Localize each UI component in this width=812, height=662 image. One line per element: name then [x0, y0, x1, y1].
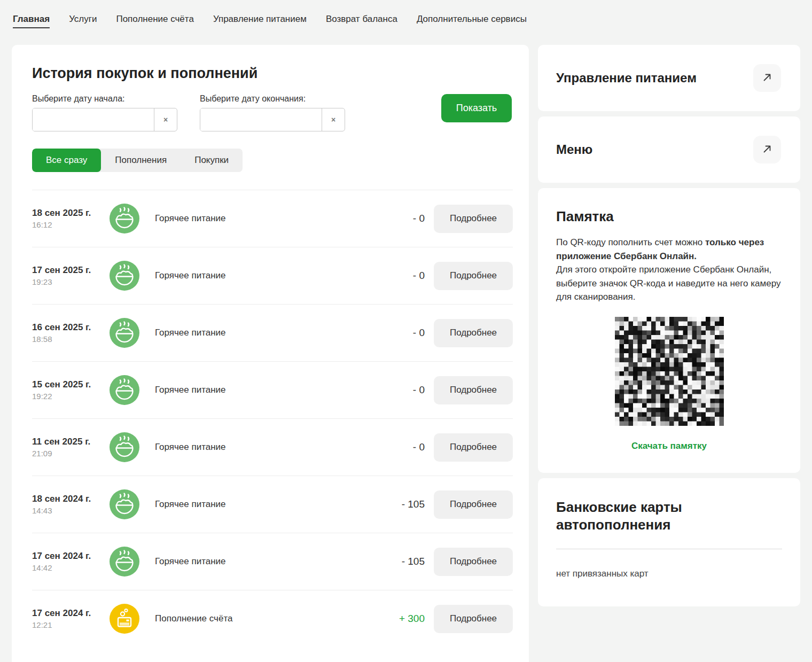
nav-item[interactable]: Возврат баланса: [326, 14, 397, 25]
nav-item[interactable]: Управление питанием: [213, 14, 307, 25]
date-end-input-wrap: ×: [200, 108, 345, 131]
transaction-amount: - 0: [376, 384, 425, 396]
date-start-input-wrap: ×: [32, 108, 177, 131]
transaction-label: Горячее питание: [155, 270, 376, 281]
transaction-row: 18 сен 2024 г. 14:43 Горячее питание - 1…: [32, 476, 513, 533]
transaction-datecol: 17 сен 2025 г. 19:23: [32, 265, 110, 286]
transaction-row: 11 сен 2025 г. 21:09 Горячее питание - 0…: [32, 418, 513, 476]
transaction-time: 16:12: [32, 220, 110, 229]
transaction-row: 18 сен 2025 г. 16:12 Горячее питание - 0…: [32, 190, 513, 247]
transaction-label: Пополнение счёта: [155, 613, 376, 624]
transaction-row: 15 сен 2025 г. 19:22 Горячее питание - 0…: [32, 361, 513, 418]
filter-tab[interactable]: Пополнения: [101, 149, 181, 172]
page-layout: История покупок и пополнений Выберите да…: [0, 45, 812, 662]
memo-rest: Для этого откройте приложение Сбербанк О…: [556, 263, 782, 304]
transaction-amount: + 300: [376, 613, 425, 625]
date-start-field: Выберите дату начала: ×: [32, 94, 177, 131]
details-button[interactable]: Подробнее: [434, 319, 513, 347]
details-button[interactable]: Подробнее: [434, 548, 513, 576]
transaction-datecol: 16 сен 2025 г. 18:58: [32, 322, 110, 344]
memo-text: По QR-коду пополнить счет можно только ч…: [556, 236, 782, 304]
transaction-time: 19:22: [32, 392, 110, 401]
transaction-time: 14:42: [32, 563, 110, 572]
memo-title: Памятка: [556, 208, 782, 225]
meal-icon: [110, 226, 139, 235]
transaction-time: 21:09: [32, 449, 110, 458]
meal-icon-cell: [110, 547, 139, 577]
date-end-input[interactable]: [200, 108, 322, 131]
sidebar-card-menu[interactable]: Меню: [538, 116, 800, 183]
transaction-amount: - 0: [376, 441, 425, 453]
meal-icon-cell: [110, 375, 139, 405]
meal-icon-cell: [110, 261, 139, 291]
meal-icon: [110, 512, 139, 521]
transaction-amount: - 105: [376, 556, 425, 567]
sidebar-card-nutrition[interactable]: Управление питанием: [538, 45, 800, 111]
details-button[interactable]: Подробнее: [434, 605, 513, 633]
meal-icon: [110, 569, 139, 578]
nav-item[interactable]: Услуги: [69, 14, 97, 25]
meal-icon: [110, 398, 139, 407]
sidebar: Управление питанием Меню Памятка По QR-к…: [538, 45, 800, 606]
transaction-amount: - 0: [376, 270, 425, 282]
memo-card: Памятка По QR-коду пополнить счет можно …: [538, 188, 800, 473]
bank-cards-card: Банковские карты автопополнения нет прив…: [538, 478, 800, 606]
date-end-label: Выберите дату окончания:: [200, 94, 345, 104]
filter-tabs: Все сразуПополненияПокупки: [32, 149, 243, 172]
transaction-row: 17 сен 2024 г. 12:21 Пополнение счёта + …: [32, 590, 513, 647]
transaction-amount: - 0: [376, 213, 425, 224]
download-memo-link[interactable]: Скачать памятку: [556, 441, 782, 451]
details-button[interactable]: Подробнее: [434, 490, 513, 519]
details-button[interactable]: Подробнее: [434, 376, 513, 404]
date-start-label: Выберите дату начала:: [32, 94, 177, 104]
transaction-datecol: 18 сен 2024 г. 14:43: [32, 494, 110, 515]
arrow-up-right-icon: [762, 72, 772, 84]
transaction-row: 17 сен 2025 г. 19:23 Горячее питание - 0…: [32, 247, 513, 304]
date-filters: Выберите дату начала: × Выберите дату ок…: [32, 94, 513, 131]
qr-code-wrap: [556, 317, 782, 426]
transaction-date: 17 сен 2024 г.: [32, 551, 110, 562]
topup-icon-cell: [110, 604, 139, 634]
filter-tab[interactable]: Покупки: [181, 149, 243, 172]
transaction-datecol: 11 сен 2025 г. 21:09: [32, 437, 110, 458]
topup-icon: [110, 626, 139, 635]
transaction-time: 18:58: [32, 334, 110, 344]
meal-icon: [110, 283, 139, 292]
transaction-time: 12:21: [32, 620, 110, 629]
transaction-label: Горячее питание: [155, 499, 376, 510]
arrow-up-right-icon: [762, 144, 772, 156]
transaction-label: Горячее питание: [155, 385, 376, 395]
meal-icon-cell: [110, 432, 139, 462]
open-menu-button[interactable]: [753, 136, 781, 163]
meal-icon-cell: [110, 204, 139, 233]
divider: [556, 549, 782, 549]
nav-item[interactable]: Дополнительные сервисы: [417, 14, 527, 25]
details-button[interactable]: Подробнее: [434, 262, 513, 290]
bank-cards-empty-text: нет привязанных карт: [556, 568, 782, 579]
memo-intro: По QR-коду пополнить счет можно: [556, 237, 705, 247]
date-end-clear-icon[interactable]: ×: [322, 108, 345, 131]
qr-code-image: [615, 317, 724, 426]
nav-item[interactable]: Главная: [13, 14, 50, 28]
details-button[interactable]: Подробнее: [434, 205, 513, 233]
filter-tab[interactable]: Все сразу: [32, 149, 101, 172]
meal-icon: [110, 455, 139, 464]
details-button[interactable]: Подробнее: [434, 433, 513, 462]
bank-cards-title: Банковские карты автопополнения: [556, 499, 782, 535]
transaction-datecol: 17 сен 2024 г. 14:42: [32, 551, 110, 572]
open-nutrition-button[interactable]: [753, 64, 781, 92]
history-card: История покупок и пополнений Выберите да…: [12, 45, 529, 662]
transaction-date: 17 сен 2024 г.: [32, 608, 110, 619]
date-start-clear-icon[interactable]: ×: [154, 108, 177, 131]
transaction-label: Горячее питание: [155, 556, 376, 567]
date-start-input[interactable]: [33, 108, 154, 131]
transaction-label: Горячее питание: [155, 213, 376, 224]
transaction-label: Горячее питание: [155, 328, 376, 338]
nav-item[interactable]: Пополнение счёта: [116, 14, 193, 25]
sidebar-card-title: Управление питанием: [556, 71, 697, 85]
top-nav: ГлавнаяУслугиПополнение счётаУправление …: [0, 0, 812, 28]
transaction-row: 16 сен 2025 г. 18:58 Горячее питание - 0…: [32, 304, 513, 361]
sidebar-card-title: Меню: [556, 142, 592, 157]
show-button[interactable]: Показать: [441, 94, 512, 122]
meal-icon-cell: [110, 489, 139, 519]
